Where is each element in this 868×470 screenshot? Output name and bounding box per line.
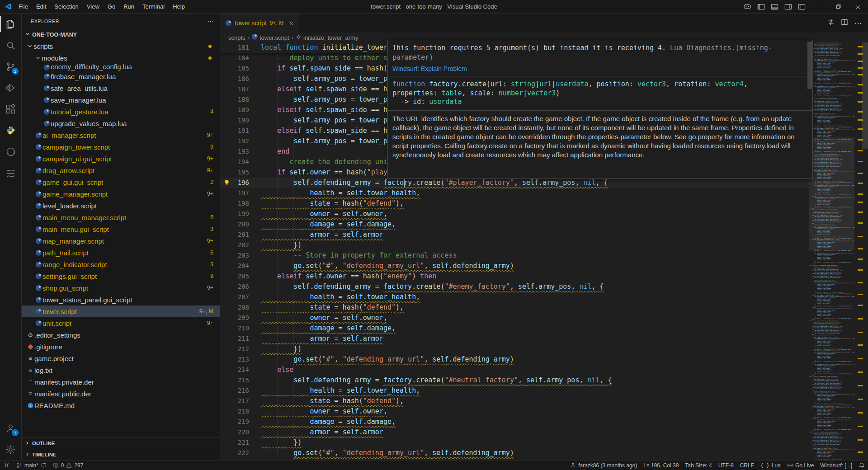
- code-line-207[interactable]: 207 health = self.tower_health,: [220, 292, 809, 302]
- code-line-217[interactable]: 217 state = hash("defend"),: [220, 396, 809, 406]
- code-line-219[interactable]: 219 damage = self.damage,: [220, 417, 809, 427]
- code-line-205[interactable]: 205 elseif self.owner == hash("enemy") t…: [220, 271, 809, 282]
- toggle-panel-icon[interactable]: [768, 0, 781, 14]
- tab-close-icon[interactable]: [288, 20, 294, 26]
- minimize-button[interactable]: [808, 0, 828, 14]
- file--gitignore[interactable]: .gitignore: [22, 341, 220, 352]
- file-range-indicator-script[interactable]: range_indicator.script3: [22, 258, 220, 270]
- menu-selection[interactable]: Selection: [50, 0, 82, 14]
- code-line-199[interactable]: 199 owner = self.owner,: [220, 209, 809, 219]
- code-line-213[interactable]: 213 go.set("#", "defending_army_url", se…: [220, 354, 809, 365]
- minimap-slider[interactable]: [809, 137, 854, 250]
- file-tower-script[interactable]: tower.script9+, M: [22, 306, 220, 317]
- code-line-209[interactable]: 209 owner = self.owner,: [220, 313, 809, 323]
- cursor-position-item[interactable]: Ln 196, Col 39: [640, 461, 682, 470]
- split-editor-icon[interactable]: [841, 19, 848, 28]
- json-tools-icon[interactable]: {..}: [0, 141, 21, 162]
- file-path-trail-script[interactable]: path_trail.script6: [22, 247, 220, 258]
- run-debug-icon[interactable]: [0, 77, 21, 99]
- code-line-221[interactable]: 221 }): [220, 437, 809, 448]
- encoding-item[interactable]: UTF-8: [715, 461, 737, 470]
- extensions-icon[interactable]: [0, 99, 21, 120]
- file-campaign-ui-gui-script[interactable]: campaign_ui.gui_script9+: [22, 153, 220, 164]
- code-line-203[interactable]: 203 -- Store in property for external ac…: [220, 250, 809, 261]
- file-game-manager-script[interactable]: game_manager.script9+: [22, 188, 220, 200]
- outline-section[interactable]: OUTLINE: [22, 437, 220, 449]
- menu-view[interactable]: View: [83, 0, 104, 14]
- menu-file[interactable]: File: [14, 0, 32, 14]
- code-line-202[interactable]: 202 }): [220, 240, 809, 250]
- editor-more-actions-icon[interactable]: ⋯: [854, 19, 862, 28]
- file-manifest-private-der[interactable]: ≡manifest.private.der: [22, 376, 220, 388]
- menu-terminal[interactable]: Terminal: [138, 0, 169, 14]
- windsurf-status-item[interactable]: Windsurf: [...]: [817, 461, 855, 470]
- python-icon[interactable]: [0, 120, 21, 141]
- explorer-more-actions-icon[interactable]: ⋯: [207, 17, 214, 25]
- open-changes-icon[interactable]: [827, 19, 835, 28]
- problems-item[interactable]: 0 297: [50, 461, 87, 470]
- file-tutorial-gesture-lua[interactable]: tutorial_gesture.lua4: [22, 106, 220, 118]
- file-main-menu-gui-script[interactable]: main_menu.gui_script3: [22, 223, 220, 235]
- code-line-206[interactable]: 206 self.defending_army = factory.create…: [220, 282, 809, 292]
- file-readme-md[interactable]: iREADME.md: [22, 400, 220, 411]
- menu-run[interactable]: Run: [119, 0, 138, 14]
- copilot-icon[interactable]: [741, 0, 754, 14]
- file-enemy-difficulty-config-lua[interactable]: enemy_difficulty_config.lua: [22, 64, 220, 70]
- code-line-198[interactable]: 198 state = hash("defend"),: [220, 198, 809, 209]
- tab-size-item[interactable]: Tab Size: 4: [682, 461, 715, 470]
- file-ai-manager-script[interactable]: ai_manager.script9+: [22, 129, 220, 141]
- breadcrumb-tower-script[interactable]: tower.script: [252, 34, 289, 41]
- file-safe-area-utils-lua[interactable]: safe_area_utils.lua: [22, 82, 220, 94]
- folder-modules[interactable]: modules: [22, 52, 220, 64]
- code-line-210[interactable]: 210 damage = self.damage,: [220, 323, 809, 334]
- file-settings-gui-script[interactable]: settings.gui_script9: [22, 270, 220, 282]
- file-shop-gui-script[interactable]: shop.gui_script9+: [22, 282, 220, 294]
- notifications-item[interactable]: [855, 461, 868, 470]
- code-line-215[interactable]: 215 self.defending_army = factory.create…: [220, 375, 809, 385]
- menu-help[interactable]: Help: [169, 0, 189, 14]
- file-unit-script[interactable]: unit.script9+: [22, 317, 220, 329]
- timeline-section[interactable]: TIMELINE: [22, 449, 220, 460]
- git-blame-item[interactable]: farazk86 (3 months ago): [567, 461, 640, 470]
- file--editor-settings[interactable]: ⚙.editor_settings: [22, 329, 220, 341]
- git-branch-item[interactable]: main*: [13, 461, 50, 470]
- root-folder-header[interactable]: ONE-TOO-MANY: [22, 29, 220, 40]
- file-campaign-tower-script[interactable]: campaign_tower.script9: [22, 141, 220, 153]
- remote-indicator[interactable]: [0, 461, 13, 470]
- settings-gear-icon[interactable]: [0, 439, 21, 460]
- code-line-197[interactable]: 197 health = self.tower_health,: [220, 188, 809, 198]
- accounts-icon[interactable]: 1: [0, 418, 21, 439]
- explorer-icon[interactable]: [0, 14, 21, 35]
- code-line-220[interactable]: 220 armor = self.armor: [220, 427, 809, 437]
- editor-scrollbar-thumb[interactable]: [862, 42, 868, 149]
- file-manifest-public-der[interactable]: ≡manifest.public.der: [22, 388, 220, 400]
- close-window-button[interactable]: [848, 0, 868, 14]
- customize-layout-icon[interactable]: [795, 0, 808, 14]
- menu-go[interactable]: Go: [104, 0, 119, 14]
- menu-edit[interactable]: Edit: [32, 0, 50, 14]
- language-mode-item[interactable]: { } Lua: [757, 461, 784, 470]
- code-line-196[interactable]: 196 self.defending_army = factory.create…: [220, 178, 809, 188]
- file-drag-arrow-script[interactable]: drag_arrow.script9+: [22, 164, 220, 176]
- toggle-primary-sidebar-icon[interactable]: [754, 0, 768, 14]
- eol-item[interactable]: CRLF: [737, 461, 757, 470]
- code-line-223[interactable]: 223 end: [220, 458, 809, 460]
- explain-problem-link[interactable]: Windsurf: Explain Problem: [388, 64, 812, 76]
- code-line-212[interactable]: 212 }): [220, 344, 809, 354]
- search-icon[interactable]: [0, 35, 21, 56]
- windsurf-icon[interactable]: [0, 162, 21, 183]
- file-map-manager-script[interactable]: map_manager.script9+: [22, 235, 220, 247]
- file-log-txt[interactable]: ≡log.txt: [22, 364, 220, 376]
- folder-scripts[interactable]: scripts: [22, 40, 220, 52]
- restore-button[interactable]: [828, 0, 848, 14]
- file-game-gui-gui-script[interactable]: game_gui.gui_script2: [22, 176, 220, 188]
- file-tower-status-panel-gui-script[interactable]: tower_status_panel.gui_script: [22, 294, 220, 306]
- tooltip-scrollbar-thumb[interactable]: [807, 42, 812, 89]
- breadcrumb-scripts[interactable]: scripts: [228, 34, 245, 41]
- file-upgrade-values-map-lua[interactable]: upgrade_values_map.lua: [22, 118, 220, 129]
- go-live-item[interactable]: Go Live: [784, 461, 817, 470]
- code-line-222[interactable]: 222 go.set("#", "defending_army_url", se…: [220, 448, 809, 458]
- code-line-201[interactable]: 201 armor = self.armor: [220, 230, 809, 240]
- code-line-211[interactable]: 211 armor = self.armor: [220, 334, 809, 344]
- file-firebase-manager-lua[interactable]: firebase_manager.lua: [22, 70, 220, 82]
